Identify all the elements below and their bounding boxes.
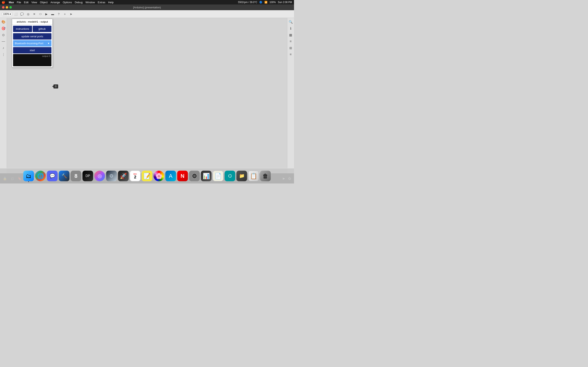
- menu-edit[interactable]: Edit: [24, 1, 28, 4]
- sidebar-icon-search[interactable]: 🔍: [288, 19, 293, 25]
- toolbar-rect-btn[interactable]: ⬜: [14, 12, 18, 16]
- menu-window[interactable]: Window: [86, 1, 95, 4]
- dock-finder-dot: [28, 181, 29, 182]
- menu-debug[interactable]: Debug: [75, 1, 82, 4]
- dock-xcode[interactable]: 🔨: [59, 171, 69, 181]
- sidebar-icon-list2[interactable]: ≡: [288, 39, 293, 44]
- fullscreen-button[interactable]: [9, 6, 12, 8]
- dock-news[interactable]: N: [177, 171, 188, 181]
- menubar-right: 5502rpm / 39.0°C 🔵 📶 100% Sun 2:08 PM: [238, 0, 292, 4]
- menu-help[interactable]: Help: [108, 1, 114, 4]
- close-button[interactable]: [2, 6, 4, 8]
- sidebar-icon-circle[interactable]: ⊙: [1, 32, 6, 38]
- instructions-button[interactable]: instructions: [13, 26, 32, 32]
- dock-displayport[interactable]: DP: [82, 171, 93, 181]
- start-button[interactable]: start: [13, 47, 52, 53]
- left-sidebar: 🎨 🎯 ⊙ — ♪ ⋮: [0, 18, 7, 173]
- toolbar-play-btn[interactable]: ▶: [44, 12, 49, 16]
- toolbar-arrow-btn[interactable]: ➤: [69, 12, 73, 16]
- tooltip-arrow-icon: [52, 85, 53, 87]
- canvas-area: arduivis : model#1 - output instructions…: [7, 18, 287, 173]
- github-button[interactable]: github: [33, 26, 52, 32]
- menu-object[interactable]: Object: [40, 1, 48, 4]
- dock-doc[interactable]: 📋: [248, 171, 259, 181]
- sidebar-icon-layers[interactable]: 🎨: [1, 19, 6, 25]
- port-dropdown-row: Bluetooth-Incoming-Port ▼: [13, 40, 52, 47]
- dock-appstore[interactable]: A: [165, 171, 176, 181]
- dropdown-arrow-icon: ▼: [47, 42, 50, 45]
- battery-status: 100%: [269, 1, 276, 4]
- dock-finder[interactable]: 🗂: [23, 171, 34, 181]
- dock-photos[interactable]: 🌸: [154, 171, 164, 181]
- dock-folder[interactable]: 📁: [236, 171, 247, 181]
- dock-trash[interactable]: 🗑: [260, 171, 271, 181]
- output-tooltip: 0: [53, 84, 58, 89]
- cpu-status: 5502rpm / 39.0°C: [238, 1, 257, 4]
- dock-sysprefs[interactable]: ⚙: [189, 171, 200, 181]
- port-dropdown-value: Bluetooth-Incoming-Port: [15, 42, 43, 45]
- menu-options[interactable]: Options: [63, 1, 72, 4]
- app-name[interactable]: Max: [9, 1, 14, 4]
- menu-extras[interactable]: Extras: [98, 1, 105, 4]
- toolbar-help-btn[interactable]: ?: [57, 12, 61, 16]
- menu-view[interactable]: View: [31, 1, 37, 4]
- dock-arduino[interactable]: ⌬: [225, 171, 235, 181]
- dock-calendar[interactable]: DEC 2: [130, 171, 140, 181]
- output-label: output 3: [42, 55, 50, 57]
- patch-title: arduivis : model#1 - output: [12, 19, 52, 25]
- zoom-value: 100%: [3, 13, 9, 16]
- dock-magic[interactable]: 8: [71, 171, 81, 181]
- dock-discord[interactable]: 💬: [47, 171, 58, 181]
- output-tooltip-value: 0: [55, 85, 57, 88]
- dock-istatmenus[interactable]: 📊: [201, 171, 212, 181]
- dock-chrome[interactable]: 🌐: [35, 171, 46, 181]
- patch-top-buttons: instructions github: [12, 25, 52, 33]
- menu-file[interactable]: File: [17, 1, 21, 4]
- patch-widget: arduivis : model#1 - output instructions…: [12, 19, 53, 67]
- zoom-selector[interactable]: 100% ▾: [2, 12, 12, 16]
- dock-rocket[interactable]: 🚀: [118, 171, 129, 181]
- dock-siri[interactable]: ◎: [94, 171, 105, 181]
- toolbar-comment-btn[interactable]: 💬: [20, 12, 24, 16]
- dock-steam[interactable]: ⚙: [106, 171, 117, 181]
- wifi-icon: 📶: [264, 1, 268, 4]
- toolbar-toggle-btn[interactable]: ✕: [32, 12, 36, 16]
- datetime: Sun 2:08 PM: [278, 1, 292, 4]
- toolbar-slider-btn[interactable]: ▬: [51, 12, 55, 16]
- output-area: output 3: [13, 54, 52, 66]
- sidebar-icon-target[interactable]: 🎯: [1, 26, 6, 31]
- toolbar-bang-btn[interactable]: ◎: [26, 12, 30, 16]
- menubar-left: 🍎 Max File Edit View Object Arrange Opti…: [2, 1, 113, 4]
- sidebar-icon-params[interactable]: ⊞: [288, 45, 293, 50]
- titlebar: [Arduino] (presentation): [0, 4, 294, 10]
- bluetooth-icon: 🔵: [259, 1, 262, 4]
- sidebar-icon-music[interactable]: ♪: [1, 45, 6, 50]
- right-sidebar: 🔍 ℹ ▦ ≡ ⊞ ≡: [287, 18, 294, 173]
- toolbar-plus-btn[interactable]: +: [63, 12, 67, 16]
- dock-notes[interactable]: 📝: [142, 171, 152, 181]
- sidebar-icon-dots[interactable]: ⋮: [1, 52, 6, 57]
- dock-textedit[interactable]: 📄: [213, 171, 223, 181]
- toolbar-number-btn[interactable]: ⬭: [38, 12, 43, 16]
- zoom-arrow-icon: ▾: [10, 13, 11, 16]
- dock: 🗂 🌐 💬 🔨 8 DP ◎ ⚙ 🚀 DEC 2 📝 🌸 A N ⚙ 📊 📄 ⌬…: [0, 168, 294, 184]
- sidebar-icon-list[interactable]: —: [1, 39, 6, 44]
- window-title: [Arduino] (presentation): [133, 6, 161, 9]
- apple-menu[interactable]: 🍎: [2, 1, 5, 4]
- minimize-button[interactable]: [6, 6, 8, 8]
- toolbar: 100% ▾ ⬜ 💬 ◎ ✕ ⬭ ▶ ▬ ? + ➤: [0, 10, 294, 18]
- menu-arrange[interactable]: Arrange: [51, 1, 60, 4]
- menubar: 🍎 Max File Edit View Object Arrange Opti…: [0, 0, 294, 4]
- sidebar-icon-grid[interactable]: ▦: [288, 32, 293, 38]
- update-serial-ports-button[interactable]: update serial ports: [13, 33, 52, 40]
- sidebar-icon-info[interactable]: ℹ: [288, 26, 293, 31]
- traffic-lights: [2, 6, 12, 8]
- sidebar-icon-adjustments[interactable]: ≡: [288, 52, 293, 57]
- port-dropdown[interactable]: Bluetooth-Incoming-Port ▼: [13, 40, 52, 47]
